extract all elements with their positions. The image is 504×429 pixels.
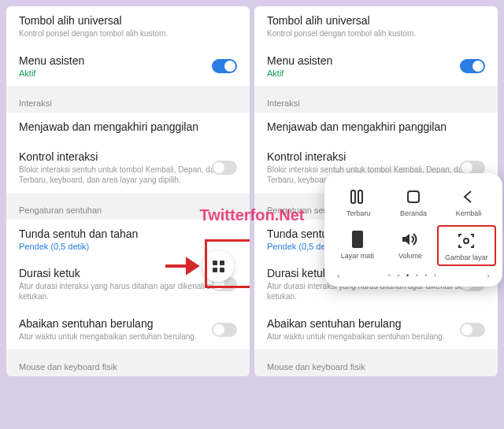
ignore-repeat-item[interactable]: Abaikan sentuhan berulang Atur waktu unt… xyxy=(254,309,498,349)
popup-label: Beranda xyxy=(386,209,441,217)
volume-button[interactable]: Volume xyxy=(384,225,436,266)
ignore-repeat-item[interactable]: Abaikan sentuhan berulang Atur waktu unt… xyxy=(6,309,250,349)
section-header: Mouse dan keyboard fisik xyxy=(6,354,250,376)
item-title: Kontrol interaksi xyxy=(267,150,485,163)
item-status: Aktif xyxy=(267,68,485,78)
svg-rect-0 xyxy=(351,190,355,203)
item-subtitle: Kontrol ponsel dengan tombol alih kustom… xyxy=(267,28,485,39)
chevron-left-icon[interactable]: ‹ xyxy=(337,271,340,280)
section-header: Interaksi xyxy=(254,91,498,113)
assistant-menu-item[interactable]: Menu asisten Aktif xyxy=(254,46,498,86)
recents-button[interactable]: Terbaru xyxy=(331,183,386,220)
item-value: Pendek (0,5 detik) xyxy=(19,242,237,251)
item-subtitle: Atur durasi interaksi yang harus ditahan… xyxy=(19,281,237,301)
universal-switch-item[interactable]: Tombol alih universal Kontrol ponsel den… xyxy=(6,6,250,46)
interaction-control-item[interactable]: Kontrol interaksi Blokir interaksi sentu… xyxy=(6,142,250,193)
phone-left: Tombol alih universal Kontrol ponsel den… xyxy=(6,6,250,376)
svg-rect-3 xyxy=(352,231,363,248)
screen-off-button[interactable]: Layar mati xyxy=(331,225,384,266)
toggle-on-icon[interactable] xyxy=(212,59,237,73)
popup-label: Layar mati xyxy=(331,252,384,260)
popup-label: Terbaru xyxy=(331,209,386,217)
toggle-on-icon[interactable] xyxy=(460,59,485,73)
item-title: Menu asisten xyxy=(267,54,485,67)
item-title: Menu asisten xyxy=(19,54,237,67)
item-title: Kontrol interaksi xyxy=(19,150,237,163)
item-subtitle: Blokir interaksi sentuh untuk tombol Kem… xyxy=(19,165,237,185)
screenshot-button[interactable]: Gambar layar xyxy=(437,225,496,266)
item-title: Menjawab dan mengakhiri panggilan xyxy=(267,120,485,133)
recents-icon xyxy=(331,186,386,208)
back-icon xyxy=(441,186,496,208)
screen-off-icon xyxy=(331,228,384,250)
assistant-menu-item[interactable]: Menu asisten Aktif xyxy=(6,46,250,86)
popup-label: Kembali xyxy=(441,209,496,217)
section-header: Interaksi xyxy=(6,91,250,113)
popup-label: Volume xyxy=(384,252,436,260)
home-button[interactable]: Beranda xyxy=(386,183,441,220)
toggle-off-icon[interactable] xyxy=(460,323,485,337)
back-button[interactable]: Kembali xyxy=(441,183,496,220)
assistant-menu-popup[interactable]: Terbaru Beranda Kembali Layar mati Vol xyxy=(324,173,502,287)
assistant-floating-button[interactable] xyxy=(202,250,234,282)
item-title: Tombol alih universal xyxy=(267,14,485,27)
chevron-right-icon[interactable]: › xyxy=(487,271,490,280)
answer-calls-item[interactable]: Menjawab dan mengakhiri panggilan xyxy=(6,113,250,142)
item-title: Tombol alih universal xyxy=(19,14,237,27)
popup-label: Gambar layar xyxy=(440,253,493,261)
item-subtitle: Kontrol ponsel dengan tombol alih kustom… xyxy=(19,28,237,39)
item-status: Aktif xyxy=(19,68,237,78)
toggle-off-icon[interactable] xyxy=(212,161,237,175)
section-header: Mouse dan keyboard fisik xyxy=(254,354,498,376)
item-title: Abaikan sentuhan berulang xyxy=(267,317,485,330)
item-title: Tunda sentuh dan tahan xyxy=(19,227,237,240)
item-title: Menjawab dan mengakhiri panggilan xyxy=(19,120,237,133)
section-header: Pengaturan sentuhan xyxy=(6,198,250,220)
svg-rect-2 xyxy=(408,191,419,202)
popup-pagination[interactable]: ‹ • • • • • • › xyxy=(331,271,496,280)
grid-icon xyxy=(213,261,224,272)
svg-rect-1 xyxy=(358,190,362,203)
item-subtitle: Atur waktu untuk mengabaikan sentuhan be… xyxy=(267,331,485,342)
answer-calls-item[interactable]: Menjawab dan mengakhiri panggilan xyxy=(254,113,498,142)
page-dots: • • • • • • xyxy=(388,272,439,279)
item-title: Abaikan sentuhan berulang xyxy=(19,317,237,330)
toggle-off-icon[interactable] xyxy=(212,323,237,337)
svg-point-4 xyxy=(464,239,469,243)
home-icon xyxy=(386,186,441,208)
screenshot-icon xyxy=(440,230,493,252)
universal-switch-item[interactable]: Tombol alih universal Kontrol ponsel den… xyxy=(254,6,498,46)
item-subtitle: Atur waktu untuk mengabaikan sentuhan be… xyxy=(19,331,237,342)
volume-icon xyxy=(384,228,436,250)
